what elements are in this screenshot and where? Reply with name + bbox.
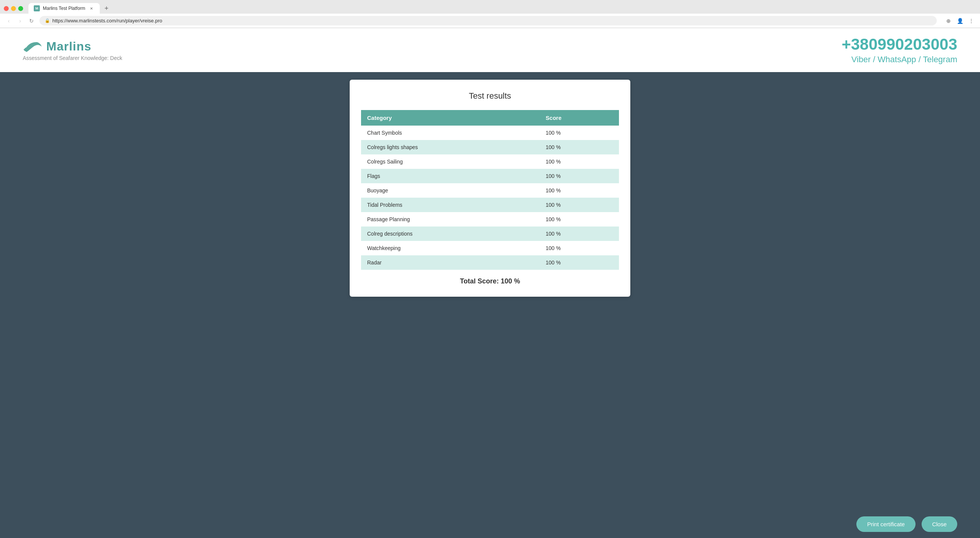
table-row: Radar100 %: [361, 255, 619, 270]
marlins-logo-icon: [23, 39, 43, 54]
url-bar[interactable]: 🔒 https://www.marlinstests.com/run/playe…: [40, 16, 937, 25]
results-title: Test results: [361, 91, 619, 101]
new-tab-button[interactable]: +: [101, 3, 112, 14]
category-cell: Flags: [361, 169, 540, 183]
category-cell: Tidal Problems: [361, 198, 540, 212]
category-header: Category: [361, 110, 540, 126]
table-row: Watchkeeping100 %: [361, 241, 619, 255]
score-cell: 100 %: [540, 198, 619, 212]
table-row: Colregs Sailing100 %: [361, 154, 619, 169]
active-tab[interactable]: M Marlins Test Platform ✕: [29, 3, 100, 14]
close-window-button[interactable]: [4, 6, 9, 11]
category-cell: Chart Symbols: [361, 126, 540, 140]
category-cell: Passage Planning: [361, 212, 540, 226]
address-bar: ‹ › ↻ 🔒 https://www.marlinstests.com/run…: [0, 14, 980, 28]
logo-area: Marlins Assessment of Seafarer Knowledge…: [23, 39, 122, 61]
score-cell: 100 %: [540, 154, 619, 169]
category-cell: Colreg descriptions: [361, 226, 540, 241]
print-certificate-button[interactable]: Print certificate: [856, 516, 915, 532]
score-cell: 100 %: [540, 169, 619, 183]
results-panel: Test results Category Score Chart Symbol…: [350, 80, 630, 297]
page-content: Marlins Assessment of Seafarer Knowledge…: [0, 28, 980, 538]
table-row: Flags100 %: [361, 169, 619, 183]
extensions-button[interactable]: ⊕: [944, 17, 953, 25]
table-row: Passage Planning100 %: [361, 212, 619, 226]
tab-bar: M Marlins Test Platform ✕ +: [0, 0, 980, 14]
phone-number: +380990203003: [842, 36, 957, 53]
score-cell: 100 %: [540, 255, 619, 270]
minimize-window-button[interactable]: [11, 6, 16, 11]
main-area: Test results Category Score Chart Symbol…: [0, 72, 980, 510]
close-button[interactable]: Close: [921, 516, 957, 532]
category-cell: Buoyage: [361, 183, 540, 198]
score-cell: 100 %: [540, 140, 619, 154]
table-row: Tidal Problems100 %: [361, 198, 619, 212]
results-table: Category Score Chart Symbols100 %Colregs…: [361, 110, 619, 270]
menu-button[interactable]: ⋮: [967, 17, 975, 25]
site-header: Marlins Assessment of Seafarer Knowledge…: [0, 28, 980, 72]
contact-apps: Viber / WhatsApp / Telegram: [842, 55, 957, 65]
score-header: Score: [540, 110, 619, 126]
table-row: Buoyage100 %: [361, 183, 619, 198]
contact-area: +380990203003 Viber / WhatsApp / Telegra…: [842, 36, 957, 65]
score-cell: 100 %: [540, 226, 619, 241]
category-cell: Colregs lights shapes: [361, 140, 540, 154]
table-header-row: Category Score: [361, 110, 619, 126]
score-cell: 100 %: [540, 212, 619, 226]
browser-actions: ⊕ 👤 ⋮: [944, 17, 975, 25]
forward-button[interactable]: ›: [16, 17, 24, 25]
logo-subtitle: Assessment of Seafarer Knowledge: Deck: [23, 55, 122, 61]
score-cell: 100 %: [540, 183, 619, 198]
profile-button[interactable]: 👤: [956, 17, 964, 25]
url-text: https://www.marlinstests.com/run/player/…: [52, 18, 162, 24]
table-row: Chart Symbols100 %: [361, 126, 619, 140]
tab-favicon: M: [34, 5, 40, 11]
score-cell: 100 %: [540, 241, 619, 255]
table-row: Colreg descriptions100 %: [361, 226, 619, 241]
maximize-window-button[interactable]: [18, 6, 23, 11]
traffic-lights: [4, 6, 23, 11]
browser-chrome: M Marlins Test Platform ✕ + ‹ › ↻ 🔒 http…: [0, 0, 980, 28]
svg-point-0: [37, 43, 39, 45]
total-score: Total Score: 100 %: [361, 277, 619, 285]
footer-buttons: Print certificate Close: [0, 510, 980, 538]
score-cell: 100 %: [540, 126, 619, 140]
nav-buttons: ‹ › ↻: [5, 17, 36, 25]
tab-close-button[interactable]: ✕: [88, 5, 94, 11]
back-button[interactable]: ‹: [5, 17, 13, 25]
category-cell: Watchkeeping: [361, 241, 540, 255]
category-cell: Colregs Sailing: [361, 154, 540, 169]
lock-icon: 🔒: [45, 18, 50, 23]
table-row: Colregs lights shapes100 %: [361, 140, 619, 154]
tab-title: Marlins Test Platform: [43, 6, 85, 11]
category-cell: Radar: [361, 255, 540, 270]
logo-row: Marlins: [23, 39, 122, 54]
reload-button[interactable]: ↻: [27, 17, 36, 25]
logo-text: Marlins: [46, 40, 91, 54]
